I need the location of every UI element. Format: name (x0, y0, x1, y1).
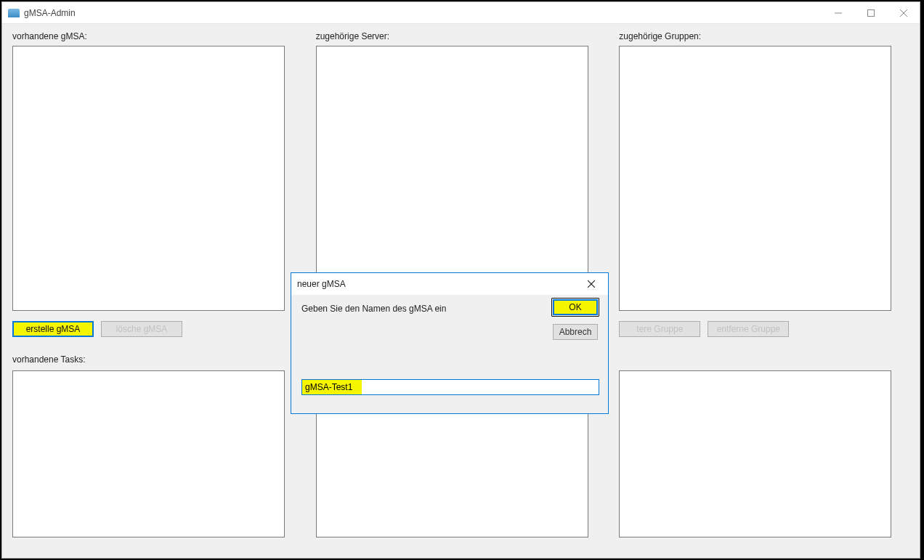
new-gmsa-dialog: neuer gMSA Geben Sie den Namen des gMSA … (291, 272, 609, 414)
label-groups: zugehörige Gruppen: (619, 31, 909, 41)
listbox-gmsa[interactable] (12, 46, 285, 311)
listbox-groups[interactable] (619, 46, 891, 311)
titlebar: gMSA-Admin (2, 2, 920, 24)
more-group-button[interactable]: tere Gruppe (619, 321, 700, 337)
svg-rect-1 (867, 9, 874, 16)
remove-group-button[interactable]: entferne Gruppe (708, 321, 789, 337)
dialog-title: neuer gMSA (297, 279, 346, 289)
listbox-tasks-3[interactable] (619, 370, 891, 537)
dialog-name-input[interactable] (301, 379, 599, 395)
label-servers: zugehörige Server: (316, 31, 607, 41)
dialog-close-button[interactable] (580, 273, 602, 295)
dialog-cancel-button[interactable]: Abbrech (553, 324, 598, 340)
maximize-button[interactable] (854, 2, 887, 24)
delete-gmsa-button[interactable]: lösche gMSA (101, 321, 182, 337)
app-icon (8, 9, 20, 17)
label-gmsa: vorhandene gMSA: (12, 31, 303, 41)
create-gmsa-button[interactable]: erstelle gMSA (12, 321, 94, 337)
window-title: gMSA-Admin (24, 8, 76, 18)
minimize-button[interactable] (822, 2, 854, 24)
dialog-ok-button[interactable]: OK (553, 299, 598, 315)
dialog-titlebar: neuer gMSA (291, 273, 608, 295)
listbox-tasks-1[interactable] (12, 370, 285, 537)
listbox-servers[interactable] (316, 46, 588, 311)
close-button[interactable] (887, 2, 920, 24)
